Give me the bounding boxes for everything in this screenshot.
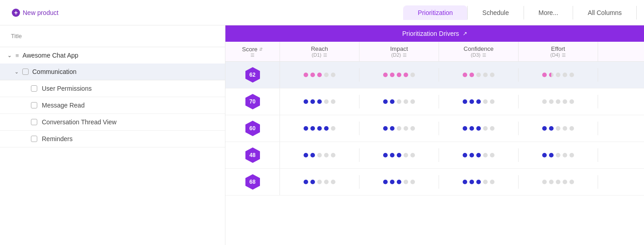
col-header-confidence[interactable]: Confidence (D3) ☰ [439, 42, 519, 61]
dots [542, 126, 574, 131]
dot [490, 73, 494, 77]
dots-impact-message-read [359, 122, 439, 135]
hex-score-category: 62 [244, 66, 261, 83]
dot [569, 180, 574, 184]
dot [469, 153, 474, 157]
dots-reach-reminders [280, 175, 359, 189]
drivers-bar[interactable]: Prioritization Drivers ↗ [225, 25, 644, 42]
dot [569, 99, 574, 104]
dot [317, 73, 322, 77]
confidence-label: Confidence [464, 45, 494, 52]
filter-icon-reach[interactable]: ☰ [323, 53, 327, 58]
dot [304, 73, 308, 77]
right-panel: Prioritization Drivers ↗ Score ⇵ ☰ Reach [225, 25, 644, 245]
dot [390, 126, 394, 131]
dots [304, 153, 335, 157]
dot [483, 73, 488, 77]
dots-confidence-reminders [439, 175, 519, 189]
dot [490, 126, 494, 131]
dots-effort-conversation-thread [519, 148, 598, 162]
dots-confidence-conversation-thread [439, 148, 519, 162]
dot [324, 99, 329, 104]
filter-icon-impact[interactable]: ☰ [403, 53, 407, 58]
dot [390, 180, 394, 184]
dot [410, 153, 415, 157]
dot [483, 180, 488, 184]
dot [404, 126, 408, 131]
dot [397, 180, 401, 184]
dot [304, 180, 308, 184]
dot [549, 180, 554, 184]
score-num-message-read: 60 [250, 125, 255, 132]
category-row[interactable]: ⌄ Communication [0, 64, 225, 80]
dots [304, 99, 335, 104]
dot [563, 99, 567, 104]
feature-checkbox-conversation-thread[interactable] [31, 119, 37, 125]
dots [542, 99, 574, 104]
category-checkbox[interactable] [22, 69, 29, 75]
dots-cell-impact-category [359, 68, 439, 82]
dot [324, 73, 329, 77]
new-product-button[interactable]: + New product [7, 6, 63, 20]
nav-schedule[interactable]: Schedule [468, 5, 523, 20]
nav-more[interactable]: More... [524, 5, 573, 20]
feature-checkbox-reminders[interactable] [31, 136, 37, 142]
sort-icon-score[interactable]: ⇵ [259, 47, 263, 52]
dot [410, 73, 415, 77]
dot [310, 73, 315, 77]
dot [556, 126, 560, 131]
feature-row-user-permissions: User Permissions [0, 80, 225, 97]
category-name: Communication [32, 68, 76, 75]
dots [463, 180, 494, 184]
dot [304, 126, 308, 131]
dots-effort-category [542, 73, 574, 77]
hex-score-conversation-thread: 48 [244, 147, 261, 164]
dots-reach-user-permissions [280, 95, 359, 108]
dots [304, 180, 335, 184]
chevron-sm-icon: ⌄ [15, 69, 19, 75]
dot [563, 180, 567, 184]
reach-sub: (D1) [312, 52, 321, 58]
nav-prioritization[interactable]: Prioritization [403, 5, 467, 20]
feature-name-reminders: Reminders [42, 135, 73, 142]
impact-label: Impact [390, 45, 408, 52]
dots-cell-effort-category [519, 68, 598, 82]
dots [542, 180, 574, 184]
dot [404, 99, 408, 104]
dot [549, 73, 554, 77]
feature-checkbox-message-read[interactable] [31, 102, 37, 108]
dot [383, 73, 388, 77]
feature-checkbox-user-permissions[interactable] [31, 85, 37, 92]
title-column-header: Title [0, 25, 225, 47]
dot [383, 99, 388, 104]
dot [542, 153, 547, 157]
filter-icon-confidence[interactable]: ☰ [482, 53, 486, 58]
col-header-reach[interactable]: Reach (D1) ☰ [280, 42, 359, 61]
col-header-score[interactable]: Score ⇵ ☰ [225, 42, 280, 61]
dots [463, 153, 494, 157]
dot [331, 126, 335, 131]
dot [331, 73, 335, 77]
filter-icon-score[interactable]: ☰ [250, 53, 255, 58]
col-header-effort[interactable]: Effort (D4) ☰ [519, 42, 598, 61]
col-header-impact[interactable]: Impact (D2) ☰ [359, 42, 439, 61]
score-cell-category: 62 [225, 62, 280, 88]
data-row-conversation-thread: 48 [225, 142, 644, 169]
score-cell-user-permissions: 70 [225, 88, 280, 115]
feature-name-user-permissions: User Permissions [42, 85, 92, 92]
dot [404, 180, 408, 184]
dot [317, 153, 322, 157]
dot [556, 73, 560, 77]
dot [563, 153, 567, 157]
nav-all-columns[interactable]: All Columns [573, 5, 636, 20]
filter-icon-effort[interactable]: ☰ [562, 53, 566, 58]
dot [556, 153, 560, 157]
dot [331, 99, 335, 104]
dot [476, 73, 481, 77]
group-row[interactable]: ⌄ ≡ Awesome Chat App [0, 47, 225, 64]
dot [483, 153, 488, 157]
dots-impact-category [383, 73, 415, 77]
dot [569, 126, 574, 131]
dot [331, 153, 335, 157]
dots-effort-reminders [519, 175, 598, 189]
